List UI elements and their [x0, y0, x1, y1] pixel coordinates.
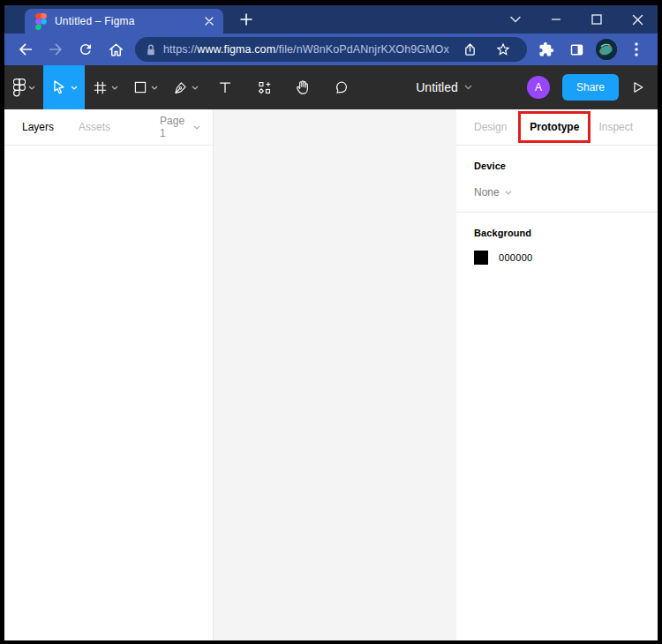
chevron-down-icon [71, 86, 78, 90]
profile-avatar [596, 39, 617, 60]
background-color-row[interactable]: 000000 [474, 251, 640, 265]
tab-strip: Untitled – Figma [4, 5, 658, 34]
browser-toolbar: https://www.figma.com/file/nW8nKoPdANnjr… [4, 34, 658, 65]
plus-icon [240, 13, 252, 26]
components-icon [256, 79, 273, 96]
figma-toolbar: Untitled A Share [4, 65, 658, 109]
frame-tool-button[interactable] [85, 65, 125, 109]
file-title-group[interactable]: Untitled [361, 65, 527, 109]
file-title: Untitled [416, 80, 457, 94]
present-icon[interactable] [631, 80, 645, 94]
back-icon [18, 41, 34, 57]
address-bar[interactable]: https://www.figma.com/file/nW8nKoPdANnjr… [135, 37, 527, 62]
text-tool-button[interactable] [206, 65, 244, 109]
url-scheme: https:// [163, 43, 197, 56]
figma-favicon [35, 13, 47, 30]
chevron-down-icon [193, 125, 200, 130]
chevron-down-icon [192, 86, 199, 90]
device-section: Device None [456, 146, 658, 213]
browser-tab[interactable]: Untitled – Figma [25, 9, 223, 34]
page-selector-label: Page 1 [160, 115, 189, 139]
minimize-icon [551, 14, 561, 25]
minimize-button[interactable] [536, 5, 576, 34]
text-icon [217, 79, 233, 95]
chevron-down-icon [464, 85, 472, 90]
device-dropdown[interactable]: None [474, 186, 640, 198]
properties-panel: Design Prototype Inspect Device None Bac… [456, 109, 658, 640]
tab-search-button[interactable] [495, 5, 536, 34]
star-icon [495, 41, 511, 57]
tab-assets[interactable]: Assets [79, 121, 110, 133]
layers-panel: Layers Assets Page 1 [4, 109, 214, 640]
device-section-title: Device [474, 161, 640, 171]
url-path: /file/nW8nKoPdANnjrKXOh9GMOx... [275, 43, 449, 56]
maximize-button[interactable] [576, 5, 617, 34]
resources-tool-button[interactable] [244, 65, 283, 109]
tab-title: Untitled – Figma [55, 15, 194, 27]
move-tool-button[interactable] [43, 65, 85, 109]
avatar-initial: A [535, 81, 542, 94]
cursor-icon [50, 79, 68, 96]
background-section: Background 000000 [456, 213, 658, 278]
device-dropdown-value: None [474, 186, 500, 198]
bookmark-button[interactable] [490, 36, 516, 63]
figma-tools [4, 65, 361, 109]
tab-layers[interactable]: Layers [22, 121, 54, 133]
home-icon [108, 41, 124, 58]
home-button[interactable] [102, 36, 130, 63]
chevron-down-icon [505, 191, 512, 195]
pen-icon [172, 79, 189, 96]
extensions-button[interactable] [532, 36, 560, 63]
color-swatch[interactable] [474, 251, 488, 265]
chevron-down-icon [111, 86, 118, 90]
tab-close-icon[interactable] [202, 14, 216, 28]
chevron-down-icon [28, 86, 35, 90]
browser-menu-button[interactable] [622, 36, 651, 63]
shape-tool-button[interactable] [125, 65, 165, 109]
reload-button[interactable] [71, 36, 100, 63]
window-controls [495, 5, 658, 34]
annotation-highlight-box: Prototype [518, 111, 591, 143]
figma-toolbar-right: A Share [527, 65, 658, 109]
screenshot-frame: Untitled – Figma [0, 0, 662, 644]
layers-list-empty [4, 146, 213, 640]
tab-inspect[interactable]: Inspect [598, 121, 633, 133]
url-domain: www.figma.com [197, 43, 275, 56]
rectangle-icon [132, 79, 148, 95]
page-selector[interactable]: Page 1 [160, 115, 200, 139]
user-avatar[interactable]: A [527, 76, 550, 99]
chevron-down-icon [151, 86, 158, 90]
pen-tool-button[interactable] [165, 65, 206, 109]
share-button[interactable]: Share [562, 74, 619, 101]
new-tab-button[interactable] [234, 7, 259, 32]
lock-icon [146, 43, 156, 56]
frame-icon [92, 79, 109, 96]
hand-tool-button[interactable] [283, 65, 322, 109]
main-menu-button[interactable] [4, 65, 43, 109]
profile-button[interactable] [592, 36, 621, 63]
tab-prototype[interactable]: Prototype [530, 121, 579, 133]
figma-logo-icon [13, 79, 26, 97]
canvas[interactable] [214, 109, 456, 640]
comment-tool-button[interactable] [322, 65, 361, 109]
chevron-down-icon [510, 16, 521, 23]
maximize-icon [591, 14, 602, 25]
forward-icon [48, 41, 64, 57]
reload-icon [78, 41, 94, 57]
side-panel-icon [569, 42, 584, 57]
forward-button[interactable] [41, 36, 70, 63]
back-button[interactable] [11, 36, 40, 63]
close-button[interactable] [617, 5, 658, 34]
figma-workspace: Layers Assets Page 1 Design Prototype [4, 109, 658, 640]
comment-icon [334, 79, 350, 96]
tab-design[interactable]: Design [474, 121, 507, 133]
puzzle-icon [538, 41, 554, 57]
properties-panel-tabs: Design Prototype Inspect [456, 109, 658, 146]
browser-window: Untitled – Figma [4, 5, 658, 640]
layers-panel-header: Layers Assets Page 1 [4, 109, 213, 146]
hand-icon [294, 79, 312, 96]
share-page-button[interactable] [456, 36, 483, 63]
kebab-menu-icon [635, 42, 638, 56]
url-text: https://www.figma.com/file/nW8nKoPdANnjr… [163, 43, 449, 56]
side-panel-button[interactable] [562, 36, 591, 63]
